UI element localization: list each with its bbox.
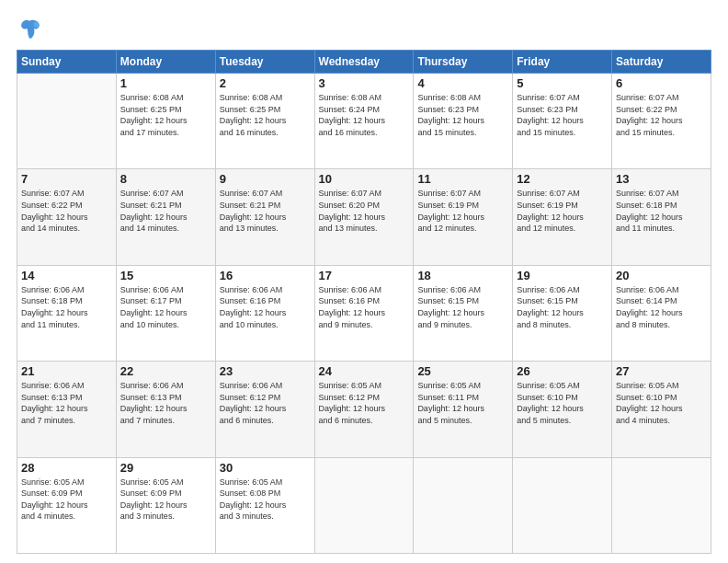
calendar-cell: 27Sunrise: 6:05 AM Sunset: 6:10 PM Dayli… [612,362,711,457]
calendar-cell: 2Sunrise: 6:08 AM Sunset: 6:25 PM Daylig… [215,74,314,169]
day-number: 30 [220,461,311,475]
day-info: Sunrise: 6:07 AM Sunset: 6:18 PM Dayligh… [616,188,707,234]
calendar-cell: 11Sunrise: 6:07 AM Sunset: 6:19 PM Dayli… [414,169,513,265]
calendar-cell: 25Sunrise: 6:05 AM Sunset: 6:11 PM Dayli… [414,362,513,457]
calendar-cell [513,457,612,553]
calendar-week-1: 1Sunrise: 6:08 AM Sunset: 6:25 PM Daylig… [17,74,711,169]
calendar-cell: 30Sunrise: 6:05 AM Sunset: 6:08 PM Dayli… [215,457,314,553]
day-number: 14 [21,269,112,282]
day-info: Sunrise: 6:07 AM Sunset: 6:19 PM Dayligh… [417,188,508,234]
day-info: Sunrise: 6:07 AM Sunset: 6:22 PM Dayligh… [21,188,112,234]
calendar-cell [17,74,117,169]
calendar-header-monday: Monday [116,51,215,74]
calendar-cell: 17Sunrise: 6:06 AM Sunset: 6:16 PM Dayli… [314,265,414,361]
day-info: Sunrise: 6:06 AM Sunset: 6:13 PM Dayligh… [120,380,211,426]
calendar-cell: 10Sunrise: 6:07 AM Sunset: 6:20 PM Dayli… [314,169,414,265]
day-info: Sunrise: 6:06 AM Sunset: 6:18 PM Dayligh… [21,284,112,330]
calendar-header-thursday: Thursday [414,51,513,74]
day-number: 29 [120,461,211,475]
day-number: 28 [21,461,112,475]
day-number: 7 [21,172,112,186]
day-number: 26 [517,364,608,378]
day-info: Sunrise: 6:05 AM Sunset: 6:09 PM Dayligh… [21,477,112,523]
calendar-cell: 29Sunrise: 6:05 AM Sunset: 6:09 PM Dayli… [116,457,215,553]
calendar-cell: 24Sunrise: 6:05 AM Sunset: 6:12 PM Dayli… [314,362,414,457]
day-number: 20 [616,269,707,282]
day-info: Sunrise: 6:08 AM Sunset: 6:25 PM Dayligh… [120,92,211,138]
calendar-week-4: 21Sunrise: 6:06 AM Sunset: 6:13 PM Dayli… [17,362,711,457]
day-number: 11 [417,172,508,186]
calendar-header-tuesday: Tuesday [215,51,314,74]
calendar-cell: 6Sunrise: 6:07 AM Sunset: 6:22 PM Daylig… [612,74,711,169]
day-number: 24 [319,364,410,378]
calendar-cell: 7Sunrise: 6:07 AM Sunset: 6:22 PM Daylig… [17,169,117,265]
calendar-cell: 8Sunrise: 6:07 AM Sunset: 6:21 PM Daylig… [116,169,215,265]
day-number: 27 [616,364,707,378]
calendar-cell: 12Sunrise: 6:07 AM Sunset: 6:19 PM Dayli… [513,169,612,265]
day-number: 8 [120,172,211,186]
calendar-cell: 26Sunrise: 6:05 AM Sunset: 6:10 PM Dayli… [513,362,612,457]
day-info: Sunrise: 6:06 AM Sunset: 6:15 PM Dayligh… [417,284,508,330]
day-number: 10 [319,172,410,186]
day-number: 19 [517,269,608,282]
day-number: 22 [120,364,211,378]
day-info: Sunrise: 6:06 AM Sunset: 6:16 PM Dayligh… [220,284,311,330]
day-info: Sunrise: 6:06 AM Sunset: 6:14 PM Dayligh… [616,284,707,330]
calendar-cell: 20Sunrise: 6:06 AM Sunset: 6:14 PM Dayli… [612,265,711,361]
logo-icon [17,17,42,42]
day-info: Sunrise: 6:07 AM Sunset: 6:22 PM Dayligh… [616,92,707,138]
day-number: 21 [21,364,112,378]
calendar-cell: 9Sunrise: 6:07 AM Sunset: 6:21 PM Daylig… [215,169,314,265]
calendar-week-2: 7Sunrise: 6:07 AM Sunset: 6:22 PM Daylig… [17,169,711,265]
calendar-week-3: 14Sunrise: 6:06 AM Sunset: 6:18 PM Dayli… [17,265,711,361]
day-info: Sunrise: 6:06 AM Sunset: 6:12 PM Dayligh… [220,380,311,426]
day-number: 16 [220,269,311,282]
day-info: Sunrise: 6:08 AM Sunset: 6:25 PM Dayligh… [220,92,311,138]
day-number: 18 [417,269,508,282]
calendar-cell: 21Sunrise: 6:06 AM Sunset: 6:13 PM Dayli… [17,362,117,457]
day-number: 6 [616,76,707,90]
day-number: 13 [616,172,707,186]
day-number: 9 [220,172,311,186]
calendar-cell: 3Sunrise: 6:08 AM Sunset: 6:24 PM Daylig… [314,74,414,169]
day-info: Sunrise: 6:05 AM Sunset: 6:09 PM Dayligh… [120,477,211,523]
day-number: 1 [120,76,211,90]
day-info: Sunrise: 6:05 AM Sunset: 6:12 PM Dayligh… [319,380,410,426]
day-info: Sunrise: 6:06 AM Sunset: 6:17 PM Dayligh… [120,284,211,330]
calendar-table: SundayMondayTuesdayWednesdayThursdayFrid… [17,50,711,554]
calendar-cell: 16Sunrise: 6:06 AM Sunset: 6:16 PM Dayli… [215,265,314,361]
calendar-cell: 19Sunrise: 6:06 AM Sunset: 6:15 PM Dayli… [513,265,612,361]
page: SundayMondayTuesdayWednesdayThursdayFrid… [0,0,728,563]
day-info: Sunrise: 6:07 AM Sunset: 6:20 PM Dayligh… [319,188,410,234]
calendar-header-row: SundayMondayTuesdayWednesdayThursdayFrid… [17,51,711,74]
day-number: 3 [319,76,410,90]
calendar-header-friday: Friday [513,51,612,74]
calendar-cell [414,457,513,553]
calendar-header-sunday: Sunday [17,51,117,74]
day-info: Sunrise: 6:08 AM Sunset: 6:24 PM Dayligh… [319,92,410,138]
calendar-cell [612,457,711,553]
day-info: Sunrise: 6:06 AM Sunset: 6:13 PM Dayligh… [21,380,112,426]
day-info: Sunrise: 6:07 AM Sunset: 6:21 PM Dayligh… [220,188,311,234]
day-info: Sunrise: 6:07 AM Sunset: 6:19 PM Dayligh… [517,188,608,234]
day-info: Sunrise: 6:06 AM Sunset: 6:16 PM Dayligh… [319,284,410,330]
day-info: Sunrise: 6:08 AM Sunset: 6:23 PM Dayligh… [417,92,508,138]
day-number: 23 [220,364,311,378]
calendar-cell: 13Sunrise: 6:07 AM Sunset: 6:18 PM Dayli… [612,169,711,265]
day-number: 17 [319,269,410,282]
day-number: 5 [517,76,608,90]
day-info: Sunrise: 6:06 AM Sunset: 6:15 PM Dayligh… [517,284,608,330]
day-info: Sunrise: 6:05 AM Sunset: 6:11 PM Dayligh… [417,380,508,426]
calendar-cell: 28Sunrise: 6:05 AM Sunset: 6:09 PM Dayli… [17,457,117,553]
header [17,17,711,42]
calendar-header-saturday: Saturday [612,51,711,74]
calendar-cell: 23Sunrise: 6:06 AM Sunset: 6:12 PM Dayli… [215,362,314,457]
calendar-cell: 22Sunrise: 6:06 AM Sunset: 6:13 PM Dayli… [116,362,215,457]
calendar-cell: 1Sunrise: 6:08 AM Sunset: 6:25 PM Daylig… [116,74,215,169]
day-number: 15 [120,269,211,282]
calendar-cell [314,457,414,553]
day-info: Sunrise: 6:05 AM Sunset: 6:10 PM Dayligh… [517,380,608,426]
calendar-cell: 18Sunrise: 6:06 AM Sunset: 6:15 PM Dayli… [414,265,513,361]
day-info: Sunrise: 6:05 AM Sunset: 6:08 PM Dayligh… [220,477,311,523]
calendar-header-wednesday: Wednesday [314,51,414,74]
